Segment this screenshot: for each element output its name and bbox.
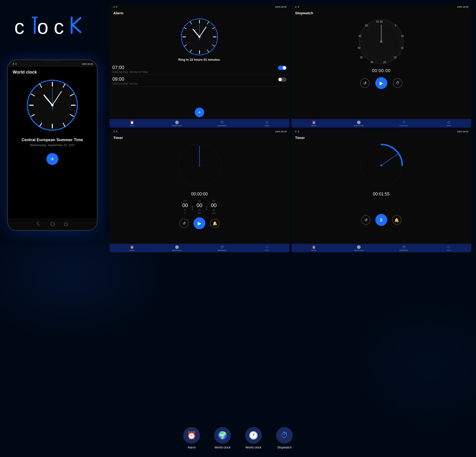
svg-text:60: 60 [380, 20, 383, 23]
timer-h-bot: 01 [184, 209, 187, 211]
sw-nav-stop-label: Stopwatch [399, 125, 408, 127]
t1-nav-timer[interactable]: ⏲ Timer [244, 245, 289, 251]
svg-point-65 [381, 41, 382, 42]
bottom-stopwatch-icon[interactable]: ⏱ [276, 427, 293, 444]
t1-nav-alarm-icon: ⏰ [130, 245, 134, 249]
t2-nav-world[interactable]: 🕐 World clock [336, 245, 381, 251]
timer-s-label: sec [212, 212, 216, 214]
alarm-nav-world[interactable]: 🕐 World clock [154, 120, 199, 127]
phone-notch [44, 60, 61, 65]
recents-button[interactable] [64, 222, 68, 226]
logo-area: c o c [14, 14, 98, 39]
t2-nav-alarm[interactable]: ⏰ Alarm [291, 245, 336, 251]
timer-s-top: 59 [212, 199, 215, 202]
alarm-toggle-2[interactable] [278, 77, 287, 82]
svg-point-25 [51, 104, 53, 106]
t1-nav-world[interactable]: 🕐 World clock [154, 245, 199, 251]
alarm-nav-world-icon: 🕐 [175, 120, 179, 124]
svg-text:25: 25 [383, 61, 386, 64]
main-phone: ..ll ..ll 100% 09:30 World clock [7, 59, 98, 231]
t2-nav-alarm-icon: ⏰ [312, 245, 316, 249]
timer-m-label: min [197, 212, 201, 214]
alarm-nav-world-label: World clock [172, 125, 182, 127]
timer1-reset-button[interactable]: ↺ [179, 219, 189, 228]
phone-screen: World clock [8, 67, 97, 230]
screen-title: World clock [8, 67, 97, 77]
t2-nav-timer-label: Timer [446, 249, 451, 251]
bottom-stopwatch-item: ⏱ Stopwatch [276, 427, 293, 449]
bottom-alarm-icon[interactable]: ⏰ [183, 427, 200, 444]
sw-status-bar: ..ll ..ll 100% 09:30 [291, 5, 471, 9]
bottom-world2-icon[interactable]: 🕐 [245, 427, 262, 444]
svg-rect-1 [34, 17, 36, 34]
svg-point-43 [198, 36, 200, 38]
timer1-play-button[interactable]: ▶ [194, 217, 205, 229]
t1-nav-alarm-label: Alarm [129, 249, 135, 251]
sw-nav-world[interactable]: 🕐 World clock [336, 120, 381, 127]
sw-nav-timer-label: Timer [446, 125, 451, 127]
alarm-nav-alarm-label: Alarm [129, 125, 135, 127]
alarm-clock [180, 18, 219, 56]
svg-text:15: 15 [401, 46, 404, 49]
timer2-reset-button[interactable]: ↺ [361, 215, 371, 225]
timer-sep-2: : [205, 205, 208, 211]
sw-nav-timer[interactable]: ⏲ Timer [426, 120, 471, 127]
back-button[interactable] [37, 221, 42, 226]
alarm-nav-alarm-icon: ⏰ [130, 120, 134, 124]
t1-nav-world-icon: 🕐 [175, 245, 179, 249]
stopwatch-face-container: 60 5 10 15 20 25 30 35 40 45 50 55 [291, 16, 471, 66]
timer2-bell-button[interactable]: 🔔 [392, 215, 401, 225]
svg-text:50: 50 [365, 24, 368, 27]
t2-nav-stop[interactable]: ⏱ Stopwatch [381, 245, 426, 251]
alarm-nav-stop[interactable]: ⏱ Stopwatch [199, 120, 244, 127]
sw-nav-alarm[interactable]: ⏰ Alarm [291, 120, 336, 127]
stopwatch-lap-button[interactable]: ↺ [360, 78, 370, 88]
clock-date: Wednesday, September 25, DST [13, 143, 92, 147]
alarm-title: Alarm [110, 9, 289, 16]
t1-nav-alarm[interactable]: ⏰ Alarm [110, 245, 154, 251]
svg-line-70 [381, 154, 398, 165]
svg-text:20: 20 [394, 56, 397, 59]
timer1-bell-button[interactable]: 🔔 [210, 219, 220, 228]
timer2-pause-button[interactable]: ⏸ [375, 214, 387, 226]
ring-text: Ring in 22 hours 51 minutes. [110, 57, 289, 63]
timer1-controls: ↺ ▶ 🔔 [110, 216, 289, 231]
home-button[interactable] [51, 222, 55, 226]
add-clock-button[interactable]: + [46, 153, 58, 165]
stopwatch-flag-button[interactable]: ⏱ [393, 78, 402, 88]
timer-hours-col: 99 00 01 h [179, 199, 191, 214]
bottom-world1-icon[interactable]: 🌍 [214, 427, 231, 444]
sw-nav-timer-icon: ⏲ [447, 120, 450, 124]
alarm-time-2: 09:00 [112, 76, 138, 82]
timer-m-mid: 00 [196, 202, 202, 209]
timer-sep-1: : [191, 205, 194, 211]
alarm-nav-timer-label: Timer [264, 125, 269, 127]
status-signal: ..ll ..ll [12, 63, 17, 65]
alarm-desc-1: Good morning!, Monday to Friday [112, 71, 148, 73]
sw-nav-stop[interactable]: ⏱ Stopwatch [381, 120, 426, 127]
t2-nav-stop-icon: ⏱ [402, 245, 406, 249]
alarm-toggle-1[interactable] [278, 66, 287, 70]
stopwatch-face: 60 5 10 15 20 25 30 35 40 45 50 55 [357, 18, 405, 66]
timer-m-top: 59 [198, 199, 201, 202]
t2-title: Timer [291, 134, 471, 141]
alarm-nav-timer[interactable]: ⏲ Timer [244, 120, 289, 127]
t2-nav-world-icon: 🕐 [357, 245, 361, 249]
timer-ring-idle [176, 142, 223, 189]
timer-ring-container [110, 141, 289, 190]
svg-text:40: 40 [357, 46, 360, 49]
add-alarm-button[interactable]: + [195, 108, 204, 117]
timer-ring-running [357, 142, 405, 189]
alarm-nav-alarm[interactable]: ⏰ Alarm [110, 120, 154, 127]
t2-nav-alarm-label: Alarm [311, 249, 316, 251]
stopwatch-play-button[interactable]: ▶ [375, 77, 387, 89]
t1-nav-stop[interactable]: ⏱ Stopwatch [199, 245, 244, 251]
bottom-world2-item: 🕐 World clock [245, 427, 262, 449]
clock-face-container [8, 77, 97, 134]
svg-line-6 [73, 18, 80, 25]
timer-h-top: 99 [184, 199, 187, 202]
bottom-world1-label: World clock [215, 446, 231, 449]
svg-point-71 [380, 164, 382, 166]
t2-nav-timer[interactable]: ⏲ Timer [426, 245, 471, 251]
clock-info: Central European Summer Time Wednesday, … [8, 134, 97, 151]
